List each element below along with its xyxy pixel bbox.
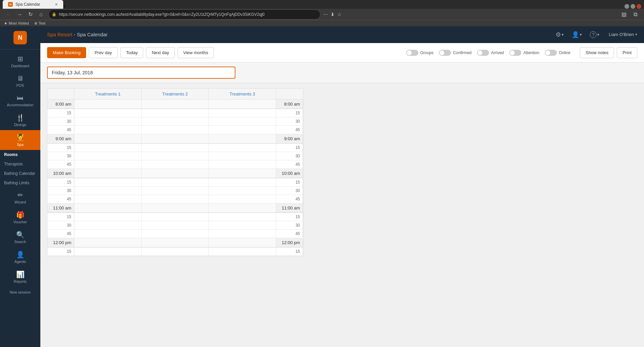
cell-8-45-t3[interactable]: [209, 126, 276, 134]
cell-11-30-t3[interactable]: [209, 221, 276, 229]
cell-9-15-t3[interactable]: [209, 144, 276, 152]
sidebar-item-voucher[interactable]: 🎁 Voucher: [0, 207, 40, 227]
browser-tab-active[interactable]: N Spa Calendar ✕: [3, 0, 63, 9]
bookmark-icon[interactable]: ☆: [337, 12, 342, 17]
cell-10-15-t1[interactable]: [74, 178, 142, 186]
cell-11am-t3[interactable]: [209, 203, 276, 213]
new-tab-button[interactable]: +: [63, 4, 66, 9]
cell-9-45-t1[interactable]: [74, 160, 142, 168]
cell-11-30-t2[interactable]: [142, 221, 209, 229]
cell-10-45-t3[interactable]: [209, 195, 276, 203]
cell-9-15-t1[interactable]: [74, 144, 142, 152]
sidebar-item-pos[interactable]: 🖥 POS: [0, 71, 40, 91]
sidebar-item-accommodation[interactable]: 🛏 Accommodation: [0, 91, 40, 110]
cell-12-15-t1[interactable]: [74, 247, 142, 256]
cell-12-15-t3[interactable]: [209, 247, 276, 256]
forward-button[interactable]: →: [15, 10, 24, 19]
arrived-toggle[interactable]: [477, 50, 489, 56]
calendar-area[interactable]: Treatments 1 Treatments 2 Treatments 3 8…: [40, 83, 644, 347]
date-input[interactable]: [52, 70, 231, 75]
restore-button[interactable]: □: [631, 4, 635, 9]
reader-view-button[interactable]: ⧉: [631, 10, 640, 19]
cell-8-15-t1[interactable]: [74, 109, 142, 117]
cell-10am-t3[interactable]: [209, 169, 276, 178]
cell-10-30-t2[interactable]: [142, 187, 209, 195]
cell-12-15-t2[interactable]: [142, 247, 209, 256]
cell-9-30-t3[interactable]: [209, 152, 276, 160]
sidebar-sub-rooms[interactable]: Rooms: [0, 150, 40, 159]
refresh-button[interactable]: ↻: [26, 10, 35, 19]
cell-12pm-t3[interactable]: [209, 238, 276, 247]
view-months-button[interactable]: View months: [178, 47, 214, 58]
prev-day-button[interactable]: Prev day: [89, 47, 117, 58]
cell-12pm-t2[interactable]: [142, 238, 209, 247]
sidebar-item-reports[interactable]: 📊 Reports: [0, 267, 40, 287]
close-button[interactable]: ✕: [637, 4, 641, 9]
sidebar-sub-therapists[interactable]: Therapists: [0, 159, 40, 169]
cell-10-30-t1[interactable]: [74, 187, 142, 195]
help-icon[interactable]: ? ▾: [590, 31, 599, 38]
cell-9am-t1[interactable]: [74, 134, 142, 143]
close-tab-icon[interactable]: ✕: [55, 2, 58, 7]
cell-8-30-t1[interactable]: [74, 117, 142, 125]
groups-toggle[interactable]: [406, 50, 418, 56]
cell-8am-t3[interactable]: [209, 100, 276, 109]
cell-11-45-t2[interactable]: [142, 230, 209, 238]
sidebar-item-search[interactable]: 🔍 Search: [0, 227, 40, 247]
cell-8am-t2[interactable]: [142, 100, 209, 109]
make-booking-button[interactable]: Make Booking: [47, 47, 86, 58]
sidebar-item-new-session[interactable]: New session: [0, 287, 40, 298]
cell-12pm-t1[interactable]: [74, 238, 142, 247]
home-button[interactable]: ⌂: [36, 10, 46, 19]
sidebar-item-agents[interactable]: 👤 Agents: [0, 247, 40, 267]
bookmark-most-visited[interactable]: ★ Most Visited: [4, 21, 29, 26]
cell-8am-t1[interactable]: [74, 100, 142, 109]
show-notes-button[interactable]: Show notes: [580, 47, 614, 58]
cell-11am-t1[interactable]: [74, 203, 142, 213]
next-day-button[interactable]: Next day: [146, 47, 175, 58]
cell-9-45-t2[interactable]: [142, 160, 209, 168]
cell-11-45-t3[interactable]: [209, 230, 276, 238]
cell-9am-t3[interactable]: [209, 134, 276, 143]
cell-11-15-t3[interactable]: [209, 213, 276, 221]
user-icon[interactable]: 👤 ▾: [572, 31, 582, 38]
cell-8-45-t2[interactable]: [142, 126, 209, 134]
sidebar-item-dinings[interactable]: 🍴 Dinings: [0, 110, 40, 130]
cell-10-15-t2[interactable]: [142, 178, 209, 186]
user-menu[interactable]: Liam O'Brien ▾: [609, 32, 637, 37]
cell-9-30-t2[interactable]: [142, 152, 209, 160]
cell-8-15-t2[interactable]: [142, 109, 209, 117]
bookmark-test[interactable]: ⊕ Test: [34, 21, 45, 26]
pocket-icon[interactable]: ⬇: [331, 12, 335, 17]
cell-11-30-t1[interactable]: [74, 221, 142, 229]
cell-10-45-t2[interactable]: [142, 195, 209, 203]
more-options-icon[interactable]: ⋯: [323, 12, 328, 17]
back-button[interactable]: ←: [4, 10, 13, 19]
sidebar-sub-bathing-calendar[interactable]: Bathing Calendar: [0, 169, 40, 178]
cell-9-45-t3[interactable]: [209, 160, 276, 168]
cell-11am-t2[interactable]: [142, 203, 209, 213]
cell-9-15-t2[interactable]: [142, 144, 209, 152]
cell-8-45-t1[interactable]: [74, 126, 142, 134]
cell-9-30-t1[interactable]: [74, 152, 142, 160]
confirmed-toggle[interactable]: [439, 50, 451, 56]
online-toggle[interactable]: [545, 50, 557, 56]
cell-10am-t2[interactable]: [142, 169, 209, 178]
cell-9am-t2[interactable]: [142, 134, 209, 143]
sidebar-sub-bathing-limits[interactable]: Bathing Limits: [0, 178, 40, 188]
cell-11-15-t1[interactable]: [74, 213, 142, 221]
cell-10-15-t3[interactable]: [209, 178, 276, 186]
cell-10am-t1[interactable]: [74, 169, 142, 178]
attention-toggle[interactable]: [509, 50, 521, 56]
cell-8-30-t3[interactable]: [209, 117, 276, 125]
cell-11-15-t2[interactable]: [142, 213, 209, 221]
sidebar-view-button[interactable]: ▤: [619, 10, 629, 19]
cell-10-45-t1[interactable]: [74, 195, 142, 203]
print-button[interactable]: Print: [617, 47, 637, 58]
cell-8-30-t2[interactable]: [142, 117, 209, 125]
today-button[interactable]: Today: [120, 47, 144, 58]
cell-11-45-t1[interactable]: [74, 230, 142, 238]
sidebar-item-dashboard[interactable]: ⊞ Dashboard: [0, 51, 40, 71]
sidebar-item-spa[interactable]: 💆 Spa: [0, 130, 40, 150]
gear-icon[interactable]: ⚙ ▾: [556, 31, 564, 38]
